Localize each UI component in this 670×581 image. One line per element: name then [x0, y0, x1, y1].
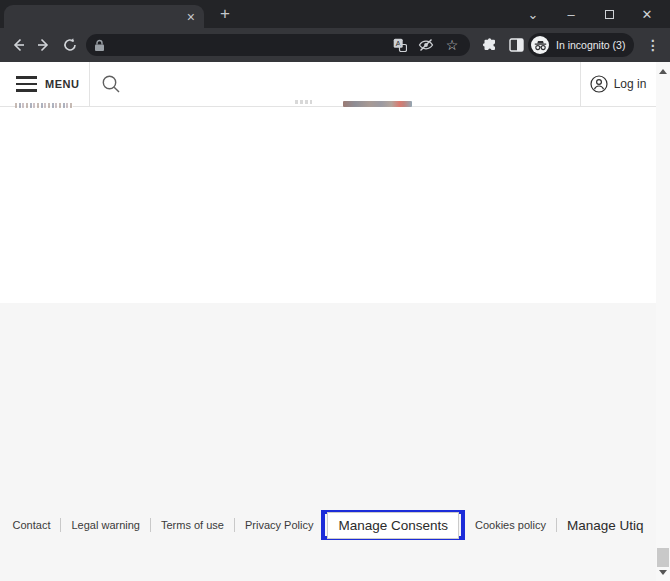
- footer-link-legal-warning[interactable]: Legal warning: [71, 519, 140, 531]
- reload-button[interactable]: [57, 32, 83, 58]
- eye-off-button[interactable]: [416, 35, 436, 55]
- scrollbar-down-button[interactable]: [656, 565, 670, 579]
- incognito-icon: [534, 40, 547, 51]
- menu-label: MENU: [45, 78, 79, 90]
- maximize-icon: [605, 10, 614, 19]
- incognito-avatar: [531, 36, 549, 54]
- hamburger-icon: [16, 76, 37, 92]
- translate-icon: A: [393, 38, 407, 52]
- maximize-button[interactable]: [590, 0, 628, 28]
- back-button[interactable]: [5, 32, 31, 58]
- bookmark-star-button[interactable]: ☆: [442, 35, 462, 55]
- login-label: Log in: [614, 77, 647, 91]
- footer-separator: [60, 518, 61, 532]
- manage-consents-button[interactable]: Manage Consents: [327, 512, 459, 539]
- browser-titlebar: × + ⌄ – ✕: [0, 0, 670, 28]
- close-window-button[interactable]: ✕: [628, 0, 666, 28]
- login-button[interactable]: Log in: [580, 62, 656, 106]
- webpage-viewport: MENU Log in Contact Legal warning: [0, 62, 670, 581]
- page-scrollbar[interactable]: [656, 62, 670, 581]
- scrolled-content-marks-sliver: [295, 100, 312, 104]
- window-controls: ⌄ – ✕: [514, 0, 666, 28]
- arrow-up-icon: [659, 69, 667, 74]
- forward-button[interactable]: [31, 32, 57, 58]
- footer-link-manage-utiq[interactable]: Manage Utiq: [567, 518, 644, 533]
- menu-button[interactable]: MENU: [0, 62, 89, 106]
- eye-off-icon: [418, 38, 434, 52]
- tab-close-icon[interactable]: ×: [187, 10, 195, 24]
- extensions-button[interactable]: [479, 34, 501, 56]
- footer-separator: [234, 518, 235, 532]
- footer-link-privacy-policy[interactable]: Privacy Policy: [245, 519, 313, 531]
- forward-icon: [36, 37, 52, 53]
- new-tab-button[interactable]: +: [214, 3, 236, 25]
- lock-icon: [94, 39, 105, 52]
- side-panel-icon: [509, 38, 524, 52]
- scrolled-content-image-sliver: [343, 101, 412, 107]
- puzzle-icon: [482, 37, 498, 53]
- side-panel-button[interactable]: [505, 34, 527, 56]
- footer-link-terms-of-use[interactable]: Terms of use: [161, 519, 224, 531]
- scrolled-content-text-sliver: [15, 103, 73, 108]
- browser-menu-button[interactable]: ⋮: [641, 33, 665, 57]
- footer-separator: [556, 518, 557, 532]
- incognito-label: In incognito (3): [556, 39, 625, 51]
- page-footer-section: Contact Legal warning Terms of use Priva…: [0, 303, 656, 581]
- manage-consents-highlight-box: Manage Consents: [321, 510, 465, 540]
- svg-text:A: A: [396, 40, 401, 47]
- minimize-button[interactable]: –: [552, 0, 590, 28]
- footer-links-row: Contact Legal warning Terms of use Priva…: [0, 503, 656, 547]
- search-button[interactable]: [89, 62, 580, 106]
- site-header: MENU Log in: [0, 62, 656, 107]
- back-icon: [10, 37, 26, 53]
- translate-button[interactable]: A: [390, 35, 410, 55]
- arrow-down-icon: [659, 570, 667, 575]
- footer-link-contact[interactable]: Contact: [13, 519, 51, 531]
- search-icon: [101, 74, 121, 94]
- browser-tab[interactable]: ×: [4, 5, 204, 28]
- user-icon: [590, 75, 608, 93]
- incognito-badge[interactable]: In incognito (3): [528, 33, 634, 57]
- browser-toolbar: A ☆: [0, 28, 670, 62]
- address-bar[interactable]: A ☆: [86, 34, 470, 56]
- scrollbar-up-button[interactable]: [656, 64, 670, 78]
- reload-icon: [62, 37, 78, 53]
- footer-separator: [150, 518, 151, 532]
- tab-search-chevron-icon[interactable]: ⌄: [514, 0, 552, 28]
- footer-link-cookies-policy[interactable]: Cookies policy: [475, 519, 546, 531]
